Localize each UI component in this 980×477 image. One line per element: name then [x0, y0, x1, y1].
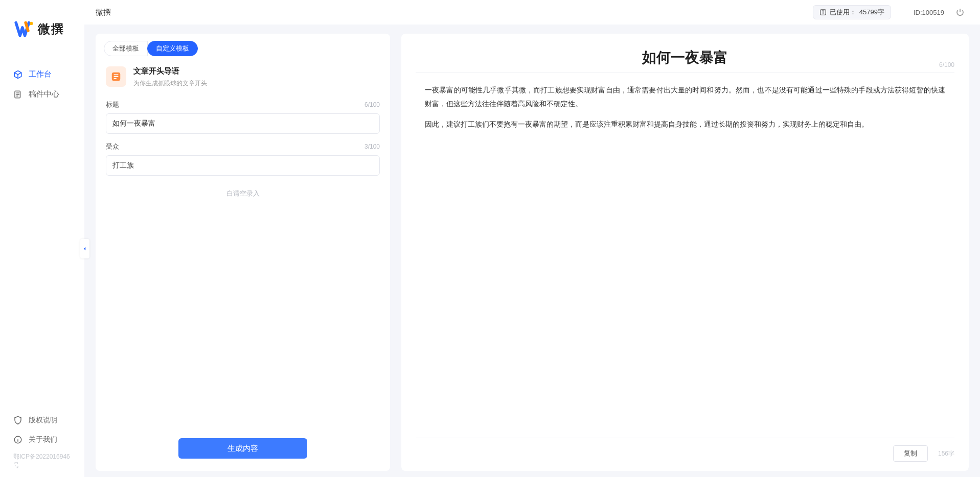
sidebar-footer: 版权说明 关于我们 鄂ICP备2022016946号 [0, 411, 84, 477]
sidebar-item-label: 稿件中心 [29, 89, 59, 99]
user-id: ID:100519 [914, 9, 944, 16]
field-audience-block: 受众 3/100 [96, 134, 390, 176]
field-title-label: 标题 [106, 100, 119, 109]
tab-label: 自定义模板 [156, 44, 189, 52]
generate-button[interactable]: 生成内容 [178, 438, 307, 459]
output-body: 一夜暴富的可能性几乎微乎其微，而打工族想要实现财富自由，通常需要付出大量的时间和… [401, 73, 969, 438]
svg-rect-8 [113, 76, 118, 77]
sidebar-item-workspace[interactable]: 工作台 [0, 64, 84, 84]
sidebar-collapse-handle[interactable] [80, 239, 89, 258]
main-area: 微撰 已使用： 45799字 ID:100519 全部模板 [84, 0, 980, 477]
template-header: 文章开头导语 为你生成抓眼球的文章开头 [96, 56, 390, 92]
content-row: 全部模板 自定义模板 文章开头导语 为你生成抓眼球的文章开头 [84, 25, 980, 477]
title-input[interactable] [106, 113, 380, 134]
shield-icon [13, 416, 22, 425]
sidebar-item-copyright[interactable]: 版权说明 [0, 411, 84, 430]
logo-text: 微撰 [38, 21, 64, 37]
output-footer: 复制 156字 [416, 438, 954, 471]
tab-label: 全部模板 [112, 44, 139, 52]
output-panel: 如何一夜暴富 6/100 一夜暴富的可能性几乎微乎其微，而打工族想要实现财富自由… [401, 34, 969, 471]
output-title: 如何一夜暴富 [642, 48, 728, 67]
output-paragraph: 因此，建议打工族们不要抱有一夜暴富的期望，而是应该注重积累财富和提高自身技能，通… [425, 117, 945, 131]
template-title: 文章开头导语 [133, 66, 207, 76]
info-icon [13, 435, 22, 444]
usage-prefix: 已使用： [830, 8, 856, 17]
svg-point-0 [30, 22, 33, 25]
brand-logo: 微撰 [0, 0, 84, 49]
output-word-count: 156字 [938, 449, 954, 458]
field-audience-label: 受众 [106, 142, 119, 151]
template-tabs: 全部模板 自定义模板 [96, 34, 390, 56]
copy-button[interactable]: 复制 [893, 445, 928, 462]
tab-custom-template[interactable]: 自定义模板 [147, 41, 198, 56]
draft-icon [13, 90, 22, 99]
audience-input[interactable] [106, 155, 380, 176]
sidebar-item-label: 工作台 [29, 69, 52, 79]
template-desc: 为你生成抓眼球的文章开头 [133, 79, 207, 88]
sidebar-item-drafts[interactable]: 稿件中心 [0, 84, 84, 104]
config-panel: 全部模板 自定义模板 文章开头导语 为你生成抓眼球的文章开头 [96, 34, 390, 471]
icp-text: 鄂ICP备2022016946号 [0, 449, 84, 470]
sidebar-item-label: 版权说明 [29, 416, 57, 425]
sidebar-nav: 工作台 稿件中心 [0, 64, 84, 411]
field-title-block: 标题 6/100 [96, 92, 390, 134]
cube-icon [13, 70, 22, 79]
topbar: 微撰 已使用： 45799字 ID:100519 [84, 0, 980, 25]
sidebar: 微撰 工作台 稿件中心 版权说明 [0, 0, 84, 477]
output-paragraph: 一夜暴富的可能性几乎微乎其微，而打工族想要实现财富自由，通常需要付出大量的时间和… [425, 83, 945, 110]
page-title: 微撰 [96, 8, 111, 17]
sidebar-item-label: 关于我们 [29, 435, 57, 444]
sidebar-item-about[interactable]: 关于我们 [0, 430, 84, 449]
svg-rect-7 [113, 74, 118, 75]
field-title-count: 6/100 [364, 101, 380, 108]
template-icon [106, 66, 126, 87]
clear-input-hint[interactable]: 白请空录入 [96, 189, 390, 198]
tab-all-templates[interactable]: 全部模板 [104, 41, 148, 56]
usage-value: 45799字 [859, 8, 884, 17]
svg-rect-9 [113, 78, 117, 79]
output-header: 如何一夜暴富 6/100 [416, 34, 954, 73]
text-icon [819, 9, 827, 16]
output-title-count: 6/100 [939, 61, 954, 68]
logo-icon [14, 19, 34, 39]
power-icon[interactable] [955, 8, 965, 17]
usage-badge[interactable]: 已使用： 45799字 [813, 5, 891, 19]
field-audience-count: 3/100 [364, 143, 380, 150]
